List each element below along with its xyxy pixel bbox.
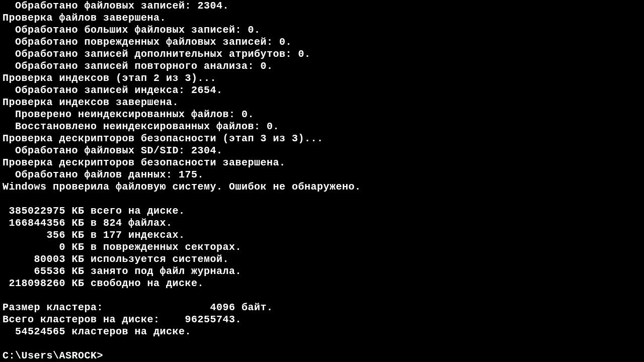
output-line: 166844356 КБ в 824 файлах. (3, 217, 641, 229)
output-line: Обработано записей индекса: 2654. (3, 84, 641, 97)
output-line: Проверка файлов завершена. (3, 12, 641, 24)
output-line: Проверка дескрипторов безопасности завер… (3, 157, 641, 169)
output-line: 54524565 кластеров на диске. (3, 326, 641, 338)
output-line: Обработано больших файловых записей: 0. (3, 24, 641, 36)
output-line: 80003 КБ используется системой. (3, 253, 641, 265)
terminal-output: Обработано файловых записей: 2304. Прове… (3, 0, 641, 362)
output-line: Обработано файлов данных: 175. (3, 169, 641, 181)
output-line: Проверка дескрипторов безопасности (этап… (3, 133, 641, 145)
output-line: 385022975 КБ всего на диске. (3, 205, 641, 217)
output-line: Обработано файловых записей: 2304. (3, 0, 641, 12)
prompt-line[interactable]: C:\Users\ASROCK> (3, 350, 641, 362)
output-line (3, 193, 641, 205)
output-line: Проверка индексов (этап 2 из 3)... (3, 72, 641, 84)
output-line: Обработано записей дополнительных атрибу… (3, 48, 641, 60)
output-line: Восстановлено неиндексированных файлов: … (3, 121, 641, 133)
output-line: 218098260 КБ свободно на диске. (3, 278, 641, 290)
output-line: Обработано поврежденных файловых записей… (3, 36, 641, 48)
output-line (3, 290, 641, 302)
command-prompt: C:\Users\ASROCK> (3, 350, 103, 361)
output-line: Размер кластера: 4096 байт. (3, 302, 641, 314)
output-line: 65536 КБ занято под файл журнала. (3, 265, 641, 278)
output-line (3, 338, 641, 350)
output-line: Всего кластеров на диске: 96255743. (3, 314, 641, 326)
output-line: 0 КБ в поврежденных секторах. (3, 241, 641, 253)
output-line: Проверено неиндексированных файлов: 0. (3, 109, 641, 121)
output-line: Windows проверила файловую систему. Ошиб… (3, 181, 641, 193)
output-line: 356 КБ в 177 индексах. (3, 229, 641, 241)
output-line: Проверка индексов завершена. (3, 97, 641, 109)
output-line: Обработано файловых SD/SID: 2304. (3, 145, 641, 157)
output-line: Обработано записей повторного анализа: 0… (3, 60, 641, 72)
